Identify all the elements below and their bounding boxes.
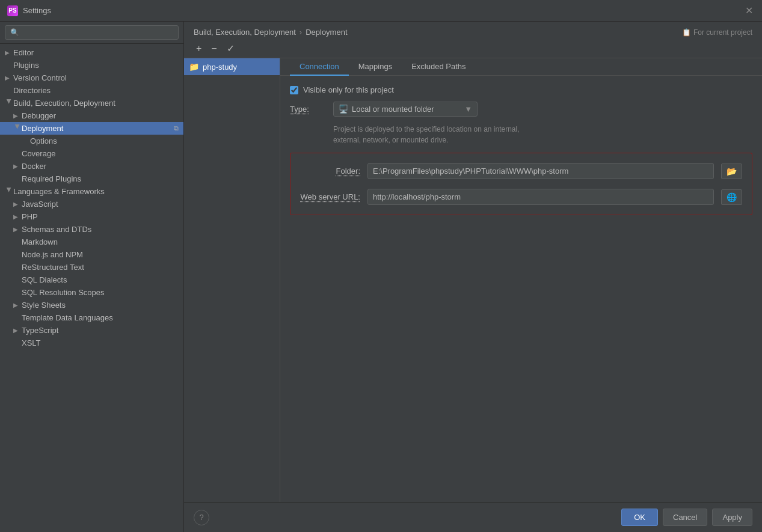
add-button[interactable]: + <box>194 42 204 55</box>
tree-arrow-icon: ▶ <box>5 49 13 56</box>
sidebar-item-options[interactable]: Options⧉ <box>0 135 183 147</box>
sidebar-item-label: PHP <box>22 212 179 221</box>
tree-arrow-icon: ▶ <box>5 75 13 81</box>
tree-arrow-icon: ▶ <box>6 99 13 108</box>
sidebar-item-build-execution-deployment[interactable]: ▶Build, Execution, Deployment <box>0 97 183 109</box>
sidebar-item-version-control[interactable]: ▶Version Control⧉ <box>0 72 183 84</box>
type-description: Project is deployed to the specified loc… <box>333 124 752 145</box>
sidebar-item-markdown[interactable]: Markdown <box>0 236 183 248</box>
sidebar: ▶EditorPlugins▶Version Control⧉Directori… <box>0 22 184 532</box>
sidebar-item-sql-dialects[interactable]: SQL Dialects⧉ <box>0 274 183 286</box>
sidebar-item-plugins[interactable]: Plugins <box>0 59 183 72</box>
app-icon: PS <box>7 5 18 16</box>
sidebar-item-docker[interactable]: ▶Docker <box>0 160 183 173</box>
type-row: Type: 🖥️ Local or mounted folder ▼ <box>290 102 752 117</box>
sidebar-item-label: Node.js and NPM <box>22 250 174 259</box>
sidebar-item-sql-resolution-scopes[interactable]: SQL Resolution Scopes⧉ <box>0 286 183 299</box>
sidebar-item-editor[interactable]: ▶Editor <box>0 46 183 59</box>
project-icon: 📋 <box>682 28 691 37</box>
apply-button[interactable]: Apply <box>712 509 752 526</box>
sidebar-item-label: XSLT <box>22 338 179 347</box>
sidebar-item-label: Schemas and DTDs <box>22 225 179 234</box>
deployment-item-php-study[interactable]: 📁 php-study <box>184 58 280 75</box>
sidebar-item-label: Style Sheets <box>22 301 174 310</box>
tree-arrow-icon: ▶ <box>13 112 22 119</box>
sidebar-item-label: SQL Dialects <box>22 275 174 284</box>
remove-button[interactable]: − <box>209 42 219 55</box>
folder-input[interactable] <box>367 163 714 179</box>
web-server-globe-button[interactable]: 🌐 <box>721 189 742 205</box>
tree-arrow-icon: ▶ <box>13 226 22 233</box>
breadcrumb-current: Deployment <box>306 28 347 37</box>
main-content: Visible only for this project Type: 🖥️ L… <box>280 76 762 502</box>
sidebar-item-nodejs-npm[interactable]: Node.js and NPM⧉ <box>0 248 183 261</box>
sidebar-item-label: Coverage <box>22 149 179 158</box>
check-button[interactable]: ✓ <box>224 41 237 55</box>
tree-arrow-icon: ▶ <box>6 188 13 196</box>
search-input[interactable] <box>5 25 179 40</box>
sidebar-item-typescript[interactable]: ▶TypeScript⧉ <box>0 324 183 337</box>
cancel-button[interactable]: Cancel <box>663 509 707 526</box>
for-project-label: For current project <box>693 28 752 37</box>
ok-button[interactable]: OK <box>621 509 658 526</box>
web-server-label: Web server URL: <box>300 192 360 201</box>
sidebar-item-restructured-text[interactable]: ReStructured Text <box>0 261 183 274</box>
tab-mappings[interactable]: Mappings <box>349 58 402 76</box>
tab-connection[interactable]: Connection <box>290 58 349 76</box>
type-label: Type: <box>290 105 326 114</box>
sidebar-item-xslt[interactable]: XSLT <box>0 337 183 349</box>
tree-arrow-icon: ▶ <box>13 163 22 170</box>
visible-only-row: Visible only for this project <box>290 85 752 94</box>
type-dropdown-icon: 🖥️ <box>339 105 348 114</box>
search-box <box>0 22 183 44</box>
content-area: ▶EditorPlugins▶Version Control⧉Directori… <box>0 22 762 532</box>
sidebar-item-label: Build, Execution, Deployment <box>13 99 179 108</box>
help-button[interactable]: ? <box>194 510 209 525</box>
title-bar: PS Settings ✕ <box>0 0 762 22</box>
deployment-item-name: php-study <box>203 63 237 72</box>
sidebar-item-style-sheets[interactable]: ▶Style Sheets⧉ <box>0 299 183 311</box>
right-header: Build, Execution, Deployment › Deploymen… <box>184 22 762 58</box>
sidebar-item-schemas-dtds[interactable]: ▶Schemas and DTDs <box>0 223 183 236</box>
copy-icon: ⧉ <box>174 124 179 132</box>
sidebar-item-debugger[interactable]: ▶Debugger <box>0 109 183 122</box>
sidebar-item-label: Template Data Languages <box>22 313 174 322</box>
sidebar-tree: ▶EditorPlugins▶Version Control⧉Directori… <box>0 44 183 532</box>
settings-section: Folder: 📂 Web server URL: 🌐 <box>290 153 752 215</box>
tree-arrow-icon: ▶ <box>13 302 22 308</box>
sidebar-item-coverage[interactable]: Coverage <box>0 147 183 160</box>
sidebar-item-label: Docker <box>22 162 179 171</box>
breadcrumb-row: Build, Execution, Deployment › Deploymen… <box>194 28 752 37</box>
dialog-title: Settings <box>23 6 743 15</box>
sidebar-item-label: TypeScript <box>22 326 174 335</box>
type-dropdown-value: Local or mounted folder <box>352 105 434 114</box>
sidebar-item-php[interactable]: ▶PHP <box>0 210 183 223</box>
sidebar-item-label: Version Control <box>13 73 174 82</box>
tab-excluded-paths[interactable]: Excluded Paths <box>402 58 475 76</box>
sidebar-item-template-data-languages[interactable]: Template Data Languages⧉ <box>0 311 183 324</box>
sidebar-item-label: Languages & Frameworks <box>13 187 179 196</box>
tab-content-area: ConnectionMappingsExcluded Paths Visible… <box>280 58 762 502</box>
deployment-item-icon: 📁 <box>189 62 199 72</box>
sidebar-item-deployment[interactable]: ▶Deployment⧉ <box>0 122 183 135</box>
visible-only-label: Visible only for this project <box>303 85 394 94</box>
sidebar-item-label: Plugins <box>13 61 179 70</box>
sidebar-item-languages-frameworks[interactable]: ▶Languages & Frameworks <box>0 185 183 198</box>
type-dropdown[interactable]: 🖥️ Local or mounted folder ▼ <box>333 102 478 117</box>
folder-browse-button[interactable]: 📂 <box>721 164 742 179</box>
right-main: 📁 php-study ConnectionMappingsExcluded P… <box>184 58 762 502</box>
sidebar-item-javascript[interactable]: ▶JavaScript <box>0 198 183 210</box>
folder-row: Folder: 📂 <box>300 163 742 179</box>
dropdown-arrow-icon: ▼ <box>464 105 472 114</box>
sidebar-item-required-plugins[interactable]: Required Plugins⧉ <box>0 173 183 185</box>
description-line2: external, network, or mounted drive. <box>333 136 448 144</box>
deployment-list: 📁 php-study <box>184 58 280 502</box>
sidebar-item-directories[interactable]: Directories⧉ <box>0 84 183 97</box>
sidebar-item-label: Deployment <box>22 124 174 133</box>
tree-arrow-icon: ▶ <box>14 124 21 133</box>
close-button[interactable]: ✕ <box>743 5 755 17</box>
web-server-input[interactable] <box>367 189 714 205</box>
visible-only-checkbox[interactable] <box>290 86 298 94</box>
for-project: 📋 For current project <box>682 28 752 37</box>
sidebar-item-label: Required Plugins <box>22 174 174 183</box>
